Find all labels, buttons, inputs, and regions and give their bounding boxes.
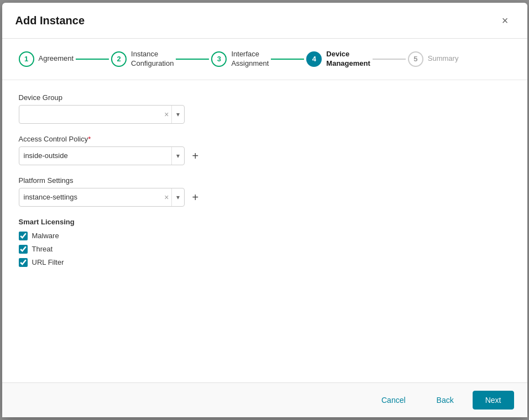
access-control-policy-dropdown-button[interactable]: ▾ bbox=[171, 147, 184, 165]
step-4: 4 DeviceManagement bbox=[306, 50, 370, 69]
step-1-label: Agreement bbox=[39, 54, 74, 64]
smart-licensing-label: Smart Licensing bbox=[19, 218, 511, 226]
stepper: 1 Agreement 2 InstanceConfiguration 3 In… bbox=[2, 39, 527, 80]
step-2: 2 InstanceConfiguration bbox=[111, 50, 174, 69]
threat-checkbox[interactable] bbox=[19, 245, 28, 254]
back-button[interactable]: Back bbox=[425, 391, 466, 409]
step-3: 3 InterfaceAssignment bbox=[211, 50, 269, 69]
platform-settings-row: × ▾ + bbox=[19, 188, 511, 207]
url-filter-checkbox[interactable] bbox=[19, 258, 28, 267]
step-3-number: 3 bbox=[217, 55, 221, 63]
malware-checkbox-item: Malware bbox=[19, 232, 511, 240]
smart-licensing-group: Smart Licensing Malware Threat URL Filte… bbox=[19, 218, 511, 267]
access-control-policy-add-button[interactable]: + bbox=[190, 150, 201, 161]
step-4-circle: 4 bbox=[306, 51, 322, 67]
modal-footer: Cancel Back Next bbox=[2, 382, 527, 417]
step-4-number: 4 bbox=[312, 55, 316, 63]
step-1-number: 1 bbox=[24, 55, 28, 63]
close-icon: × bbox=[502, 14, 509, 27]
platform-settings-group: Platform Settings × ▾ + bbox=[19, 176, 511, 207]
step-5-number: 5 bbox=[413, 55, 417, 63]
step-3-label: InterfaceAssignment bbox=[231, 50, 269, 69]
next-button[interactable]: Next bbox=[473, 391, 514, 410]
platform-settings-dropdown-button[interactable]: ▾ bbox=[171, 188, 184, 206]
step-5: 5 Summary bbox=[408, 51, 459, 67]
modal-header: Add Instance × bbox=[2, 3, 527, 39]
modal-title: Add Instance bbox=[15, 14, 85, 27]
required-indicator: * bbox=[88, 135, 91, 143]
connector-2-3 bbox=[176, 59, 209, 60]
add-instance-modal: Add Instance × 1 Agreement 2 InstanceCon… bbox=[2, 3, 527, 417]
malware-checkbox[interactable] bbox=[19, 232, 28, 240]
platform-settings-clear-button[interactable]: × bbox=[162, 193, 171, 202]
device-group-select-wrapper[interactable]: × ▾ bbox=[19, 105, 185, 124]
step-5-label: Summary bbox=[428, 54, 459, 64]
platform-settings-label: Platform Settings bbox=[19, 176, 511, 185]
modal-body: Device Group × ▾ Access Control Policy* … bbox=[2, 80, 527, 382]
step-5-circle: 5 bbox=[408, 51, 423, 67]
access-control-policy-select-wrapper[interactable]: ▾ bbox=[19, 146, 185, 165]
step-2-circle: 2 bbox=[111, 51, 127, 67]
close-button[interactable]: × bbox=[496, 12, 514, 29]
platform-settings-input[interactable] bbox=[19, 193, 163, 201]
smart-licensing-checkboxes: Malware Threat URL Filter bbox=[19, 232, 511, 267]
malware-label: Malware bbox=[32, 232, 59, 240]
url-filter-checkbox-item: URL Filter bbox=[19, 258, 511, 267]
step-1: 1 Agreement bbox=[19, 51, 74, 67]
device-group-clear-button[interactable]: × bbox=[162, 110, 171, 119]
step-2-number: 2 bbox=[117, 55, 121, 63]
connector-3-4 bbox=[271, 59, 304, 60]
device-group-input[interactable] bbox=[19, 110, 163, 118]
access-control-policy-group: Access Control Policy* ▾ + bbox=[19, 135, 511, 165]
threat-label: Threat bbox=[32, 245, 53, 253]
connector-1-2 bbox=[76, 59, 109, 60]
connector-4-5 bbox=[373, 59, 406, 60]
step-4-label: DeviceManagement bbox=[326, 50, 370, 69]
url-filter-label: URL Filter bbox=[32, 258, 64, 266]
access-control-policy-label: Access Control Policy* bbox=[19, 135, 511, 143]
device-group-dropdown-button[interactable]: ▾ bbox=[171, 106, 184, 123]
device-group-group: Device Group × ▾ bbox=[19, 93, 511, 124]
access-control-policy-row: ▾ + bbox=[19, 146, 511, 165]
platform-settings-select-wrapper[interactable]: × ▾ bbox=[19, 188, 185, 207]
step-1-circle: 1 bbox=[19, 51, 34, 67]
cancel-button[interactable]: Cancel bbox=[369, 391, 418, 409]
step-2-label: InstanceConfiguration bbox=[131, 50, 174, 69]
threat-checkbox-item: Threat bbox=[19, 245, 511, 254]
device-group-label: Device Group bbox=[19, 93, 511, 102]
access-control-policy-input[interactable] bbox=[19, 151, 171, 160]
step-3-circle: 3 bbox=[211, 51, 227, 67]
platform-settings-add-button[interactable]: + bbox=[190, 192, 201, 203]
